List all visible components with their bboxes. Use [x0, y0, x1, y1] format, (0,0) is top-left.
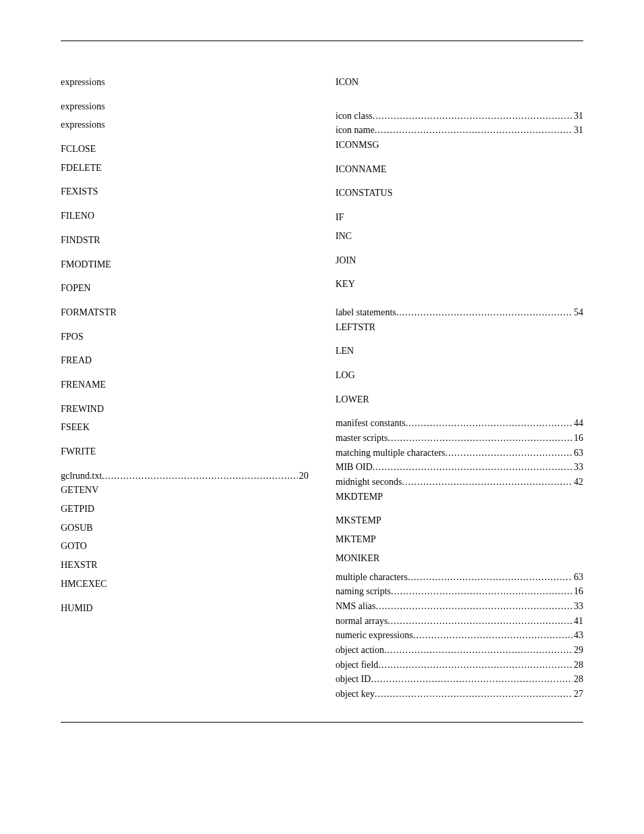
index-entry: master scripts16 [336, 431, 583, 446]
dot-leader [373, 109, 572, 124]
index-entry: manifest constants44 [336, 416, 583, 431]
index-page-number: 63 [572, 570, 583, 585]
index-heading: KEY [336, 277, 583, 292]
index-entry: gclrund.txt20 [61, 469, 308, 484]
index-heading-label: MKDTEMP [336, 490, 383, 504]
dot-leader [406, 416, 572, 431]
index-heading: FWRITE [61, 444, 308, 459]
index-page-number: 54 [572, 305, 583, 320]
index-heading-label: FOPEN [61, 281, 90, 296]
index-entry-label: icon name [336, 123, 375, 138]
index-entry-label: numeric expressions [336, 628, 413, 643]
dot-leader [396, 305, 572, 320]
index-entry-label: multiple characters [336, 570, 408, 585]
index-heading-label: JOIN [336, 253, 356, 268]
index-entry: object field28 [336, 658, 583, 673]
index-heading: FINDSTR [61, 233, 308, 248]
index-heading-label: ICON [336, 75, 358, 90]
index-entry-label: object key [336, 687, 375, 702]
index-page-number: 27 [572, 687, 583, 702]
index-heading: GETENV [61, 483, 308, 498]
index-page-number: 33 [572, 460, 583, 475]
index-entry: label statements54 [336, 305, 583, 320]
index-heading-label: ICONSTATUS [336, 186, 392, 201]
index-heading-label: ICONMSG [336, 138, 379, 153]
index-heading-label: expressions [61, 99, 105, 114]
index-entry-label: label statements [336, 305, 396, 320]
index-heading: FSEEK [61, 420, 308, 435]
index-page-number: 28 [572, 672, 583, 687]
index-heading: FEXISTS [61, 184, 308, 199]
index-entry: naming scripts16 [336, 584, 583, 599]
index-heading: expressions [61, 118, 308, 132]
index-page-number: 44 [572, 416, 583, 431]
index-entry: object key27 [336, 687, 583, 702]
index-heading-label: MKTEMP [336, 532, 376, 547]
index-heading-label: LOWER [336, 392, 369, 407]
index-heading-label: GOTO [61, 539, 87, 554]
index-heading: FREAD [61, 353, 308, 368]
index-heading: ICONMSG [336, 138, 583, 153]
index-heading-label: MKSTEMP [336, 513, 381, 528]
index-heading-label: FEXISTS [61, 184, 98, 199]
index-page-number: 42 [572, 475, 583, 490]
index-heading: GOTO [61, 539, 308, 554]
index-heading-label: FREWIND [61, 402, 104, 417]
index-heading: expressions [61, 99, 308, 114]
index-heading: ICON [336, 75, 583, 90]
index-page-number: 16 [572, 584, 583, 599]
index-entry: icon class31 [336, 109, 583, 124]
dot-leader [391, 584, 572, 599]
dot-leader [376, 599, 573, 614]
index-page-number: 63 [572, 446, 583, 461]
dot-leader [402, 475, 572, 490]
dot-leader [387, 614, 572, 629]
index-column-left: expressionsexpressionsexpressionsFCLOSEF… [61, 75, 308, 702]
dot-leader [408, 570, 572, 585]
index-heading-label: FSEEK [61, 420, 90, 435]
index-heading-label: FORMATSTR [61, 305, 116, 320]
index-entry-label: normal arrays [336, 614, 387, 629]
dot-leader [446, 446, 573, 461]
index-heading: IF [336, 210, 583, 225]
index-heading: HEXSTR [61, 558, 308, 573]
index-heading-label: IF [336, 210, 344, 225]
index-page-number: 43 [572, 628, 583, 643]
index-entry: numeric expressions43 [336, 628, 583, 643]
index-page-number: 29 [572, 643, 583, 658]
index-heading-label: HMCEXEC [61, 577, 107, 592]
index-heading: LEN [336, 344, 583, 359]
index-entry-label: NMS alias [336, 599, 376, 614]
index-heading: HMCEXEC [61, 577, 308, 592]
index-page-number: 28 [572, 658, 583, 673]
index-entry-label: matching multiple characters [336, 446, 446, 461]
index-entry-label: naming scripts [336, 584, 391, 599]
dot-leader [375, 687, 572, 702]
index-entry: multiple characters63 [336, 570, 583, 585]
index-entry-label: icon class [336, 109, 373, 124]
dot-leader [375, 123, 572, 138]
dot-leader [384, 643, 572, 658]
dot-leader [373, 460, 572, 475]
dot-leader [378, 658, 572, 673]
index-heading-label: FWRITE [61, 444, 96, 459]
dot-leader [387, 431, 572, 446]
index-heading-label: expressions [61, 75, 105, 90]
index-heading-label: HEXSTR [61, 558, 97, 573]
index-heading-label: GETENV [61, 483, 99, 498]
index-heading-label: MONIKER [336, 551, 379, 566]
index-heading: ICONSTATUS [336, 186, 583, 201]
index-heading: FORMATSTR [61, 305, 308, 320]
index-page-number: 20 [298, 469, 308, 484]
index-heading: FRENAME [61, 377, 308, 392]
index-heading: MKSTEMP [336, 513, 583, 528]
index-entry-label: MIB OID [336, 460, 373, 475]
index-entry: object ID28 [336, 672, 583, 687]
index-heading: MKTEMP [336, 532, 583, 547]
index-heading-label: FRENAME [61, 377, 106, 392]
index-entry: object action29 [336, 643, 583, 658]
index-heading: LOG [336, 368, 583, 383]
index-heading-label: FPOS [61, 330, 83, 344]
index-heading-label: KEY [336, 277, 355, 292]
index-heading-label: FILENO [61, 209, 95, 224]
